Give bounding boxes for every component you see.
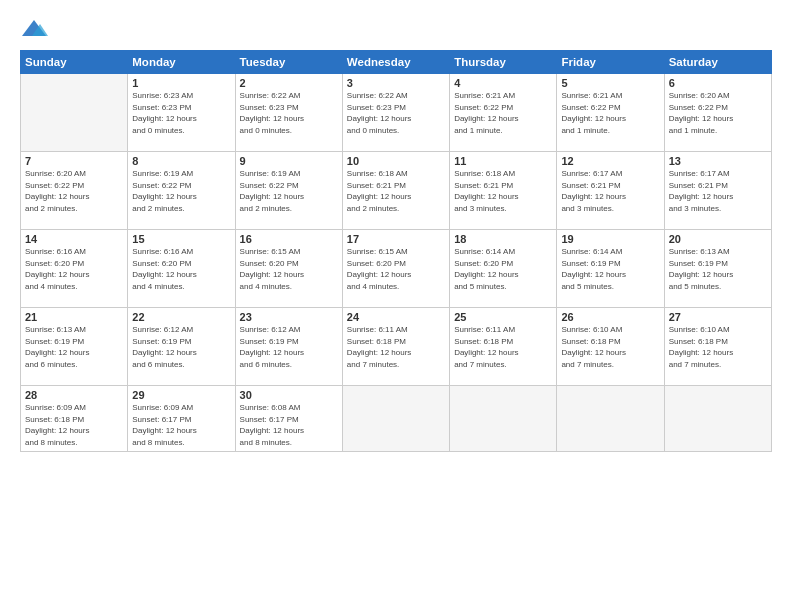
calendar-cell: 20Sunrise: 6:13 AM Sunset: 6:19 PM Dayli… <box>664 230 771 308</box>
day-info: Sunrise: 6:17 AM Sunset: 6:21 PM Dayligh… <box>561 168 659 214</box>
day-number: 27 <box>669 311 767 323</box>
day-number: 23 <box>240 311 338 323</box>
calendar-cell: 11Sunrise: 6:18 AM Sunset: 6:21 PM Dayli… <box>450 152 557 230</box>
calendar-cell: 26Sunrise: 6:10 AM Sunset: 6:18 PM Dayli… <box>557 308 664 386</box>
calendar-cell: 23Sunrise: 6:12 AM Sunset: 6:19 PM Dayli… <box>235 308 342 386</box>
day-number: 16 <box>240 233 338 245</box>
calendar-cell: 14Sunrise: 6:16 AM Sunset: 6:20 PM Dayli… <box>21 230 128 308</box>
day-number: 30 <box>240 389 338 401</box>
day-info: Sunrise: 6:19 AM Sunset: 6:22 PM Dayligh… <box>132 168 230 214</box>
header <box>20 18 772 40</box>
day-header-friday: Friday <box>557 51 664 74</box>
day-number: 8 <box>132 155 230 167</box>
week-row-4: 21Sunrise: 6:13 AM Sunset: 6:19 PM Dayli… <box>21 308 772 386</box>
day-info: Sunrise: 6:23 AM Sunset: 6:23 PM Dayligh… <box>132 90 230 136</box>
day-info: Sunrise: 6:21 AM Sunset: 6:22 PM Dayligh… <box>454 90 552 136</box>
day-number: 2 <box>240 77 338 89</box>
calendar-cell: 4Sunrise: 6:21 AM Sunset: 6:22 PM Daylig… <box>450 74 557 152</box>
calendar-cell: 15Sunrise: 6:16 AM Sunset: 6:20 PM Dayli… <box>128 230 235 308</box>
calendar-cell: 7Sunrise: 6:20 AM Sunset: 6:22 PM Daylig… <box>21 152 128 230</box>
day-info: Sunrise: 6:18 AM Sunset: 6:21 PM Dayligh… <box>347 168 445 214</box>
calendar-cell: 18Sunrise: 6:14 AM Sunset: 6:20 PM Dayli… <box>450 230 557 308</box>
day-number: 6 <box>669 77 767 89</box>
day-number: 14 <box>25 233 123 245</box>
calendar-cell <box>342 386 449 452</box>
calendar-cell: 29Sunrise: 6:09 AM Sunset: 6:17 PM Dayli… <box>128 386 235 452</box>
day-info: Sunrise: 6:20 AM Sunset: 6:22 PM Dayligh… <box>25 168 123 214</box>
calendar-cell: 28Sunrise: 6:09 AM Sunset: 6:18 PM Dayli… <box>21 386 128 452</box>
day-number: 13 <box>669 155 767 167</box>
day-header-wednesday: Wednesday <box>342 51 449 74</box>
day-info: Sunrise: 6:14 AM Sunset: 6:19 PM Dayligh… <box>561 246 659 292</box>
calendar-cell: 8Sunrise: 6:19 AM Sunset: 6:22 PM Daylig… <box>128 152 235 230</box>
calendar-cell <box>557 386 664 452</box>
day-info: Sunrise: 6:19 AM Sunset: 6:22 PM Dayligh… <box>240 168 338 214</box>
day-header-saturday: Saturday <box>664 51 771 74</box>
week-row-2: 7Sunrise: 6:20 AM Sunset: 6:22 PM Daylig… <box>21 152 772 230</box>
day-number: 15 <box>132 233 230 245</box>
day-header-tuesday: Tuesday <box>235 51 342 74</box>
calendar-header-row: SundayMondayTuesdayWednesdayThursdayFrid… <box>21 51 772 74</box>
day-info: Sunrise: 6:15 AM Sunset: 6:20 PM Dayligh… <box>240 246 338 292</box>
week-row-5: 28Sunrise: 6:09 AM Sunset: 6:18 PM Dayli… <box>21 386 772 452</box>
day-number: 1 <box>132 77 230 89</box>
calendar-cell: 24Sunrise: 6:11 AM Sunset: 6:18 PM Dayli… <box>342 308 449 386</box>
day-number: 25 <box>454 311 552 323</box>
day-info: Sunrise: 6:09 AM Sunset: 6:17 PM Dayligh… <box>132 402 230 448</box>
day-number: 7 <box>25 155 123 167</box>
day-number: 21 <box>25 311 123 323</box>
day-info: Sunrise: 6:13 AM Sunset: 6:19 PM Dayligh… <box>25 324 123 370</box>
day-number: 22 <box>132 311 230 323</box>
day-header-thursday: Thursday <box>450 51 557 74</box>
calendar-cell: 3Sunrise: 6:22 AM Sunset: 6:23 PM Daylig… <box>342 74 449 152</box>
calendar: SundayMondayTuesdayWednesdayThursdayFrid… <box>20 50 772 452</box>
day-info: Sunrise: 6:12 AM Sunset: 6:19 PM Dayligh… <box>132 324 230 370</box>
calendar-cell: 16Sunrise: 6:15 AM Sunset: 6:20 PM Dayli… <box>235 230 342 308</box>
day-info: Sunrise: 6:09 AM Sunset: 6:18 PM Dayligh… <box>25 402 123 448</box>
day-info: Sunrise: 6:22 AM Sunset: 6:23 PM Dayligh… <box>347 90 445 136</box>
day-info: Sunrise: 6:22 AM Sunset: 6:23 PM Dayligh… <box>240 90 338 136</box>
logo <box>20 18 52 40</box>
day-number: 20 <box>669 233 767 245</box>
calendar-cell: 19Sunrise: 6:14 AM Sunset: 6:19 PM Dayli… <box>557 230 664 308</box>
day-info: Sunrise: 6:08 AM Sunset: 6:17 PM Dayligh… <box>240 402 338 448</box>
logo-icon <box>20 18 48 40</box>
day-number: 3 <box>347 77 445 89</box>
day-info: Sunrise: 6:16 AM Sunset: 6:20 PM Dayligh… <box>132 246 230 292</box>
day-info: Sunrise: 6:14 AM Sunset: 6:20 PM Dayligh… <box>454 246 552 292</box>
calendar-cell: 5Sunrise: 6:21 AM Sunset: 6:22 PM Daylig… <box>557 74 664 152</box>
day-number: 28 <box>25 389 123 401</box>
calendar-cell: 6Sunrise: 6:20 AM Sunset: 6:22 PM Daylig… <box>664 74 771 152</box>
day-number: 9 <box>240 155 338 167</box>
calendar-cell: 1Sunrise: 6:23 AM Sunset: 6:23 PM Daylig… <box>128 74 235 152</box>
day-number: 10 <box>347 155 445 167</box>
day-number: 5 <box>561 77 659 89</box>
day-header-monday: Monday <box>128 51 235 74</box>
calendar-cell: 2Sunrise: 6:22 AM Sunset: 6:23 PM Daylig… <box>235 74 342 152</box>
calendar-cell <box>450 386 557 452</box>
day-info: Sunrise: 6:10 AM Sunset: 6:18 PM Dayligh… <box>669 324 767 370</box>
day-number: 29 <box>132 389 230 401</box>
day-info: Sunrise: 6:21 AM Sunset: 6:22 PM Dayligh… <box>561 90 659 136</box>
page: SundayMondayTuesdayWednesdayThursdayFrid… <box>0 0 792 612</box>
day-info: Sunrise: 6:17 AM Sunset: 6:21 PM Dayligh… <box>669 168 767 214</box>
calendar-cell: 22Sunrise: 6:12 AM Sunset: 6:19 PM Dayli… <box>128 308 235 386</box>
day-info: Sunrise: 6:13 AM Sunset: 6:19 PM Dayligh… <box>669 246 767 292</box>
calendar-cell <box>21 74 128 152</box>
day-number: 19 <box>561 233 659 245</box>
day-number: 17 <box>347 233 445 245</box>
day-number: 12 <box>561 155 659 167</box>
day-number: 26 <box>561 311 659 323</box>
calendar-cell: 9Sunrise: 6:19 AM Sunset: 6:22 PM Daylig… <box>235 152 342 230</box>
day-info: Sunrise: 6:11 AM Sunset: 6:18 PM Dayligh… <box>347 324 445 370</box>
day-info: Sunrise: 6:11 AM Sunset: 6:18 PM Dayligh… <box>454 324 552 370</box>
day-number: 4 <box>454 77 552 89</box>
day-info: Sunrise: 6:15 AM Sunset: 6:20 PM Dayligh… <box>347 246 445 292</box>
calendar-cell: 21Sunrise: 6:13 AM Sunset: 6:19 PM Dayli… <box>21 308 128 386</box>
calendar-cell: 25Sunrise: 6:11 AM Sunset: 6:18 PM Dayli… <box>450 308 557 386</box>
calendar-cell: 17Sunrise: 6:15 AM Sunset: 6:20 PM Dayli… <box>342 230 449 308</box>
day-info: Sunrise: 6:10 AM Sunset: 6:18 PM Dayligh… <box>561 324 659 370</box>
day-header-sunday: Sunday <box>21 51 128 74</box>
week-row-3: 14Sunrise: 6:16 AM Sunset: 6:20 PM Dayli… <box>21 230 772 308</box>
day-info: Sunrise: 6:12 AM Sunset: 6:19 PM Dayligh… <box>240 324 338 370</box>
